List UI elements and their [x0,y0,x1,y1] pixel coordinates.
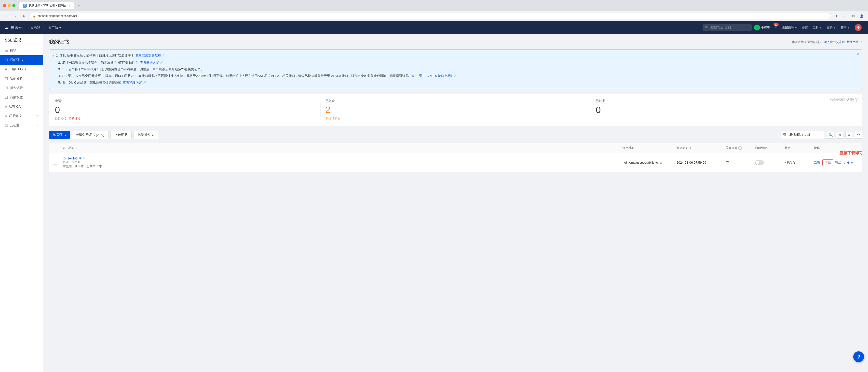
upload-cert-button[interactable]: 上传证书 [111,131,131,139]
expiry-sort-icon[interactable]: ⇅ [689,147,691,149]
search-button[interactable]: 🔍 [827,131,834,139]
page-header-right: 体验吐槽 & 遇到问题？ 加入官方交流群 帮助文档 ↗ [792,40,862,44]
address-bar[interactable]: 🔒 console.cloud.tencent.com/ssl [29,13,831,19]
content-area: 我的证书 体验吐槽 & 遇到问题？ 加入官方交流群 帮助文档 ↗ × ℹ 1. … [43,34,868,372]
float-help-button[interactable]: ? [853,351,864,362]
header-checkbox[interactable] [53,146,57,150]
info-banner: × ℹ 1. SSL 证书签发后，如何基于自身环境进行安装部署？ 查看安装部署教… [49,49,862,89]
nav-account[interactable]: 集团账号 ∨ [780,21,800,34]
cert-info-filter-icon[interactable]: ▾ [75,147,77,149]
close-dot[interactable] [3,4,6,7]
sidebar-title: SSL 证书 [0,34,43,46]
banner-item-1-link[interactable]: 查看安装部署教程 ↗ [135,53,165,58]
sidebar-item-label-private-ca: 私有 CA [9,105,38,109]
sidebar-item-cert-monitor[interactable]: ○ 证书监控 ↗ [0,111,43,121]
account-quota-info-icon[interactable]: i [855,98,858,102]
tab-close-button[interactable]: × [69,4,70,7]
auto-renew-toggle[interactable] [755,160,764,165]
nav-user-avatar[interactable]: 冷 [852,21,864,34]
download-button[interactable]: ⬇ [845,131,853,139]
browser-tab[interactable]: 云 我的证书 - SSL 证书 - 控制台 × [20,2,74,9]
nav-item-cloud-products[interactable]: 云产品 ∨ [44,21,65,34]
header-col-cert-info: 证书信息 ▾ [63,146,622,150]
row-cert-info-cell: ID: 3elgHGn9 ⧉ 备注：未命名 有效期：共 1 年，当前第 1 年 [63,157,622,169]
action-more-link[interactable]: 更多 ∨ [843,161,853,165]
feedback-text: 体验吐槽 & 遇到问题？ [792,40,822,44]
profile-button[interactable]: 👤 [858,12,865,20]
back-button[interactable]: ‹ [3,12,10,20]
minimize-dot[interactable] [8,4,11,7]
logo-area: ☁ 腾讯云 [4,25,27,30]
stat-card-expired: 已过期 0 [596,99,856,115]
cert-id-link[interactable]: 3elgHGn9 [67,157,81,160]
action-deploy-link[interactable]: 部署 [814,161,820,165]
sidebar-item-my-certs[interactable]: ☐ 我的证书 [0,55,43,65]
apply-free-cert-button[interactable]: 申请免费证书 (2/20) [72,131,108,139]
sidebar-item-my-benefits[interactable]: ☐ 我的权益 [0,93,43,102]
tab-title: 我的证书 - SSL 证书 - 控制台 [29,3,67,8]
status-filter[interactable]: 证书状态:即将过期 [781,131,825,139]
nav-support[interactable]: 支持 ∨ [824,21,838,34]
split-button[interactable]: ⊡ [850,12,857,20]
row-checkbox[interactable] [53,161,57,165]
account-quota: 账号免费证书配额 i [830,98,858,102]
resources-info-icon[interactable]: i [738,146,742,150]
header-col-resources: 关联资源 i [725,146,755,150]
nav-tools[interactable]: 工具 ∨ [810,21,824,34]
status-badge: 已签发 [784,161,796,165]
cost-label: 费用 [841,26,847,30]
stat-sub2-applying-link[interactable]: 待验证 0 [69,117,80,120]
refresh-button[interactable]: ↻ [21,12,28,20]
stat-value-expired: 0 [596,105,856,115]
row-domain-cell: nginx.malusspectabilis.to ⧉ [622,161,677,164]
stat-value-signed: 2 [326,105,586,115]
banner-item-4-link[interactable]: 《SSL证书 API 3.0 接口文档》↗ [410,74,457,79]
status-label: 已签发 [787,161,796,165]
action-download-link[interactable]: 下载 [822,160,833,166]
sidebar-item-my-info[interactable]: ☐ 我的资料 [0,74,43,83]
share-button[interactable]: ⬆ [833,12,840,20]
nav-mini-program[interactable]: 小 小程序 [752,21,772,34]
join-group-link[interactable]: 加入官方交流群 [824,40,845,44]
cert-note: 备注：未命名 [63,160,622,164]
my-certs-icon: ☐ [5,58,8,62]
cert-id-copy-icon[interactable]: ⧉ [83,157,85,160]
header-col-actions: 操作 [814,146,858,150]
buy-cert-button[interactable]: 购买证书 [49,131,70,139]
cert-table: 证书信息 ▾ 绑定域名 到期时间 ⇅ 关联资源 i 自动续费 [49,143,862,172]
expiry-date: 2024-03-06 07:59:59 [677,161,706,164]
nav-cost[interactable]: 费用 ∨ [838,21,852,34]
banner-item-4: 4. SSL证书 API 已全面升级至3.0版本，原SSL证书 API2.0 接… [53,74,858,79]
sidebar-item-one-https[interactable]: ≡ 一键HTTPS [0,65,43,74]
security-lock-icon: 🔒 [33,15,36,18]
banner-item-4-num: 4. [58,74,61,79]
banner-item-5-link[interactable]: 查看详细内容 ↗ [123,80,146,85]
toggle-knob [755,161,760,165]
nav-record[interactable]: 备案 [800,21,810,34]
maximize-dot[interactable] [12,4,16,7]
top-navigation: ☁ 腾讯云 ⌂ 总览 云产品 ∨ 🔍 搜索产品、文档... 小 小程序 ✉ 22… [0,21,868,34]
help-doc-link[interactable]: 帮助文档 ↗ [847,40,862,44]
sidebar-item-private-ca[interactable]: ○ 私有 CA [0,102,43,111]
search-box[interactable]: 🔍 搜索产品、文档... [703,24,752,31]
action-upgrade-link[interactable]: 升级 [835,161,841,165]
banner-close-button[interactable]: × [857,52,859,57]
domain-copy-icon[interactable]: ⧉ [660,161,662,164]
home-icon: ⌂ [31,26,33,29]
banner-item-2-link[interactable]: 查看解决方案 ↗ [140,60,163,65]
nav-notification[interactable]: ✉ 22 [772,21,780,34]
batch-ops-button[interactable]: 批量操作 ∨ [133,131,158,139]
header-col-expiry: 到期时间 ⇅ [677,146,725,150]
forward-button[interactable]: › [12,12,19,20]
settings-button[interactable]: ⚙ [855,131,862,139]
new-tab-button[interactable]: + [78,3,80,8]
stat-sub-signed-link[interactable]: 即将过期 0 [326,117,340,120]
status-filter-icon[interactable]: ▾ [792,147,793,149]
sidebar-item-overview[interactable]: ⊞ 概览 [0,46,43,55]
sidebar-item-operation-log[interactable]: ☐ 操作记录 [0,83,43,93]
sidebar-item-cloud-cert[interactable]: ◻ 云证通 ↗ [0,121,43,130]
bookmark-button[interactable]: ☆ [841,12,848,20]
row-actions-cell: 部署 下载 升级 更多 ∨ 直接下载即可 ↙ [814,160,858,166]
nav-item-home[interactable]: ⌂ 总览 [27,21,44,34]
refresh-button[interactable]: ↻ [836,131,843,139]
